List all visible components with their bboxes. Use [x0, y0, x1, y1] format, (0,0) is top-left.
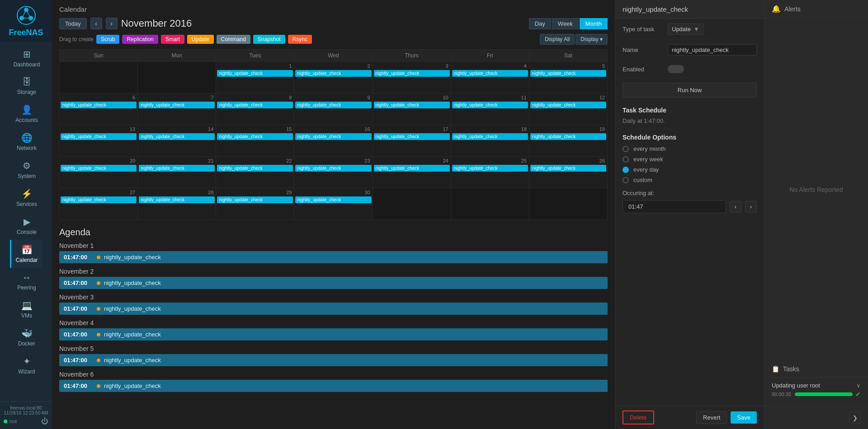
calendar-cell[interactable]: 13nightly_update_check: [60, 125, 138, 157]
calendar-cell[interactable]: 29nightly_update_check: [216, 188, 294, 220]
calendar-cell[interactable]: [373, 188, 451, 220]
sidebar-item-docker[interactable]: 🐳Docker: [10, 323, 42, 351]
option-every-month[interactable]: every month: [615, 144, 764, 154]
calendar-event[interactable]: nightly_update_check: [295, 102, 371, 108]
save-button[interactable]: Save: [731, 411, 757, 424]
calendar-event[interactable]: nightly_update_check: [295, 165, 371, 172]
calendar-cell[interactable]: 25nightly_update_check: [451, 157, 529, 188]
expand-button[interactable]: ❯: [849, 412, 861, 424]
run-now-button[interactable]: Run Now: [623, 83, 757, 98]
name-input[interactable]: [668, 44, 757, 56]
calendar-event[interactable]: nightly_update_check: [530, 70, 606, 77]
sidebar-item-accounts[interactable]: 👤Accounts: [10, 100, 42, 128]
tag-snapshot[interactable]: Snapshot: [253, 35, 285, 44]
time-next-button[interactable]: ›: [745, 201, 757, 213]
radio-custom[interactable]: [623, 177, 629, 183]
calendar-event[interactable]: nightly_update_check: [217, 102, 293, 108]
calendar-cell[interactable]: [60, 62, 138, 93]
calendar-cell[interactable]: 15nightly_update_check: [216, 125, 294, 157]
type-select[interactable]: Update ▼: [668, 23, 703, 35]
calendar-event[interactable]: nightly_update_check: [139, 133, 215, 140]
radio-every-day[interactable]: [623, 167, 629, 173]
calendar-event[interactable]: nightly_update_check: [61, 133, 137, 140]
task-expand-icon[interactable]: ∨: [856, 382, 861, 389]
calendar-event[interactable]: nightly_update_check: [452, 165, 528, 172]
calendar-event[interactable]: nightly_update_check: [295, 196, 371, 203]
calendar-event[interactable]: nightly_update_check: [374, 133, 450, 140]
calendar-event[interactable]: nightly_update_check: [530, 133, 606, 140]
view-day-button[interactable]: Day: [529, 18, 551, 29]
calendar-cell[interactable]: 18nightly_update_check: [451, 125, 529, 157]
calendar-cell[interactable]: 5nightly_update_check: [529, 62, 607, 93]
calendar-cell[interactable]: 2nightly_update_check: [294, 62, 373, 93]
tag-command[interactable]: Command: [217, 35, 250, 44]
calendar-cell[interactable]: 8nightly_update_check: [216, 93, 294, 125]
agenda-event[interactable]: 01:47:00nightly_update_check: [59, 328, 608, 340]
agenda-event[interactable]: 01:47:00nightly_update_check: [59, 303, 608, 315]
calendar-event[interactable]: nightly_update_check: [61, 165, 137, 172]
calendar-event[interactable]: nightly_update_check: [452, 133, 528, 140]
calendar-cell[interactable]: 14nightly_update_check: [138, 125, 216, 157]
view-week-button[interactable]: Week: [552, 18, 579, 29]
calendar-event[interactable]: nightly_update_check: [217, 70, 293, 77]
calendar-cell[interactable]: 24nightly_update_check: [373, 157, 451, 188]
tag-smart[interactable]: Smart: [161, 35, 184, 44]
calendar-cell[interactable]: 4nightly_update_check: [451, 62, 529, 93]
calendar-cell[interactable]: 21nightly_update_check: [138, 157, 216, 188]
calendar-event[interactable]: nightly_update_check: [139, 165, 215, 172]
calendar-cell[interactable]: [451, 188, 529, 220]
tag-replication[interactable]: Replication: [122, 35, 158, 44]
calendar-event[interactable]: nightly_update_check: [217, 196, 293, 203]
display-button[interactable]: Display ▾: [576, 34, 608, 45]
option-custom[interactable]: custom: [615, 175, 764, 185]
calendar-event[interactable]: nightly_update_check: [61, 102, 137, 108]
calendar-event[interactable]: nightly_update_check: [295, 70, 371, 77]
delete-button[interactable]: Delete: [623, 410, 654, 424]
calendar-cell[interactable]: 12nightly_update_check: [529, 93, 607, 125]
tag-update[interactable]: Update: [187, 35, 214, 44]
calendar-cell[interactable]: 10nightly_update_check: [373, 93, 451, 125]
sidebar-item-network[interactable]: 🌐Network: [10, 128, 42, 156]
calendar-event[interactable]: nightly_update_check: [374, 102, 450, 108]
next-button[interactable]: ›: [106, 18, 118, 29]
calendar-cell[interactable]: 7nightly_update_check: [138, 93, 216, 125]
calendar-event[interactable]: nightly_update_check: [139, 196, 215, 203]
sidebar-item-system[interactable]: ⚙System: [10, 156, 42, 184]
agenda-event[interactable]: 01:47:00nightly_update_check: [59, 380, 608, 392]
radio-every-month[interactable]: [623, 146, 629, 152]
calendar-cell[interactable]: 23nightly_update_check: [294, 157, 373, 188]
calendar-event[interactable]: nightly_update_check: [530, 102, 606, 108]
calendar-event[interactable]: nightly_update_check: [452, 70, 528, 77]
calendar-cell[interactable]: 27nightly_update_check: [60, 188, 138, 220]
sidebar-item-wizard[interactable]: ✦Wizard: [10, 351, 42, 379]
calendar-cell[interactable]: 28nightly_update_check: [138, 188, 216, 220]
calendar-cell[interactable]: 1nightly_update_check: [216, 62, 294, 93]
calendar-cell[interactable]: 22nightly_update_check: [216, 157, 294, 188]
revert-button[interactable]: Revert: [696, 411, 727, 424]
calendar-cell[interactable]: 17nightly_update_check: [373, 125, 451, 157]
calendar-event[interactable]: nightly_update_check: [452, 102, 528, 108]
time-prev-button[interactable]: ‹: [730, 201, 741, 213]
calendar-event[interactable]: nightly_update_check: [374, 70, 450, 77]
calendar-event[interactable]: nightly_update_check: [530, 165, 606, 172]
agenda-event[interactable]: 01:47:00nightly_update_check: [59, 277, 608, 289]
display-all-button[interactable]: Display All: [540, 34, 575, 45]
agenda-event[interactable]: 01:47:00nightly_update_check: [59, 354, 608, 366]
option-every-day[interactable]: every day: [615, 164, 764, 175]
calendar-cell[interactable]: 3nightly_update_check: [373, 62, 451, 93]
calendar-cell[interactable]: [138, 62, 216, 93]
view-month-button[interactable]: Month: [580, 18, 608, 29]
calendar-event[interactable]: nightly_update_check: [139, 102, 215, 108]
calendar-cell[interactable]: 20nightly_update_check: [60, 157, 138, 188]
sidebar-item-console[interactable]: ▶Console: [10, 212, 42, 240]
calendar-cell[interactable]: 30nightly_update_check: [294, 188, 373, 220]
calendar-cell[interactable]: [529, 188, 607, 220]
today-button[interactable]: Today: [59, 18, 87, 29]
calendar-event[interactable]: nightly_update_check: [217, 165, 293, 172]
sidebar-item-storage[interactable]: 🗄Storage: [10, 72, 42, 100]
tag-scrub[interactable]: Scrub: [96, 35, 119, 44]
sidebar-item-vms[interactable]: 💻VMs: [10, 295, 42, 323]
sidebar-item-dashboard[interactable]: ⊞Dashboard: [10, 44, 42, 72]
agenda-event[interactable]: 01:47:00nightly_update_check: [59, 251, 608, 263]
prev-button[interactable]: ‹: [90, 18, 102, 29]
